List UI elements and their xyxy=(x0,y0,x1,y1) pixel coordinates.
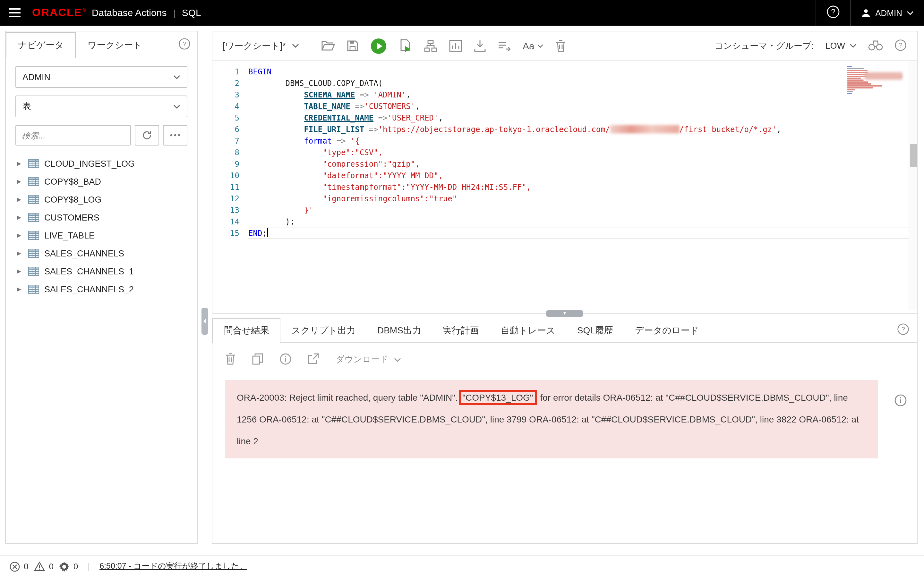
tab-worksheet[interactable]: ワークシート xyxy=(76,33,154,58)
status-processes[interactable]: 0 xyxy=(59,561,78,572)
search-row xyxy=(15,125,187,145)
run-statement-button[interactable] xyxy=(370,37,387,54)
scrollbar-thumb[interactable] xyxy=(910,144,917,167)
expand-caret-icon[interactable]: ▶ xyxy=(17,178,23,185)
code-line-11[interactable]: "timestampformat":"YYYY-MM-DD HH24:MI:SS… xyxy=(248,181,917,193)
minimap[interactable] xyxy=(847,66,906,95)
code-line-4[interactable]: TABLE_NAME =>'CUSTOMERS', xyxy=(248,101,917,112)
code-line-12[interactable]: "ignoremissingcolumns":"true" xyxy=(248,193,917,205)
tree-item-customers[interactable]: ▶CUSTOMERS xyxy=(6,208,197,226)
user-menu[interactable]: ADMIN xyxy=(861,8,914,18)
tree-item-copy$8_log[interactable]: ▶COPY$8_LOG xyxy=(6,190,197,208)
binoculars-icon xyxy=(868,39,883,50)
schema-select[interactable]: ADMIN xyxy=(15,66,187,88)
navigator-help-button[interactable]: ? xyxy=(178,38,191,52)
execution-status-link[interactable]: 6:50:07 - コードの実行が終了しました。 xyxy=(99,561,247,572)
results-tab-6[interactable]: データのロード xyxy=(624,319,710,342)
trash-icon xyxy=(225,353,236,365)
tree-item-sales_channels_1[interactable]: ▶SALES_CHANNELS_1 xyxy=(6,262,197,280)
editor-scrollbar[interactable] xyxy=(909,61,917,309)
worksheet-title-menu[interactable]: [ワークシート]* xyxy=(223,40,299,52)
results-splitter[interactable]: ▾ xyxy=(212,309,917,318)
expand-caret-icon[interactable]: ▶ xyxy=(17,250,23,256)
minimap-line xyxy=(847,91,853,92)
minimap-line xyxy=(847,70,867,71)
explain-plan-button[interactable] xyxy=(424,40,437,52)
consumer-group-select[interactable]: LOW xyxy=(825,41,857,51)
clear-worksheet-button[interactable] xyxy=(556,40,566,52)
code-line-7[interactable]: format => '{ xyxy=(248,135,917,147)
topbar-right: ? ADMIN xyxy=(816,0,924,26)
code-line-14[interactable]: ); xyxy=(248,216,917,227)
expand-caret-icon[interactable]: ▶ xyxy=(17,286,23,292)
open-in-new-button[interactable] xyxy=(308,353,319,366)
run-script-button[interactable] xyxy=(399,39,412,53)
clear-results-button[interactable] xyxy=(225,353,236,367)
tree-item-label: COPY$8_LOG xyxy=(44,195,102,204)
expand-caret-icon[interactable]: ▶ xyxy=(17,196,23,203)
insert-list-button[interactable] xyxy=(498,41,510,51)
code-line-3[interactable]: SCHEMA_NAME => 'ADMIN', xyxy=(248,89,917,101)
chevron-down-icon xyxy=(173,75,180,79)
worksheet-toolbar: [ワークシート]* xyxy=(212,31,917,61)
tree-item-sales_channels[interactable]: ▶SALES_CHANNELS xyxy=(6,244,197,262)
tree-item-label: CUSTOMERS xyxy=(44,213,99,222)
results-tab-2[interactable]: DBMS出力 xyxy=(367,319,432,342)
expand-caret-icon[interactable]: ▶ xyxy=(17,214,23,221)
results-tab-5[interactable]: SQL履歴 xyxy=(566,319,624,342)
worksheet-title: [ワークシート]* xyxy=(223,40,286,52)
tab-navigator[interactable]: ナビゲータ xyxy=(6,32,76,58)
object-type-select[interactable]: 表 xyxy=(15,95,187,117)
code-line-2[interactable]: DBMS_CLOUD.COPY_DATA( xyxy=(248,77,917,89)
status-errors[interactable]: 0 xyxy=(10,561,28,572)
code-line-8[interactable]: "type":"CSV", xyxy=(248,147,917,158)
code-line-10[interactable]: "dateformat":"YYYY-MM-DD", xyxy=(248,170,917,181)
results-tab-4[interactable]: 自動トレース xyxy=(490,319,566,342)
font-size-button[interactable]: Aa xyxy=(523,40,543,51)
results-tab-0[interactable]: 問合せ結果 xyxy=(212,318,281,343)
tree-item-label: LIVE_TABLE xyxy=(44,230,95,240)
minimap-line xyxy=(847,83,871,85)
tree-item-cloud_ingest_log[interactable]: ▶CLOUD_INGEST_LOG xyxy=(6,155,197,172)
worksheet-help-button[interactable]: ? xyxy=(895,39,907,53)
code-line-6[interactable]: FILE_URI_LIST =>'https://objectstorage.a… xyxy=(248,124,917,135)
collapse-sidebar-handle[interactable] xyxy=(202,308,208,335)
results-info-button[interactable] xyxy=(280,353,291,366)
expand-caret-icon[interactable]: ▶ xyxy=(17,268,23,274)
tree-item-sales_channels_2[interactable]: ▶SALES_CHANNELS_2 xyxy=(6,280,197,298)
sidebar-splitter[interactable] xyxy=(198,31,212,544)
consumer-group-label: コンシューマ・グループ: xyxy=(714,40,814,52)
expand-caret-icon[interactable]: ▶ xyxy=(17,232,23,239)
minimap-line xyxy=(847,66,852,67)
save-button[interactable] xyxy=(347,40,358,51)
expand-caret-icon[interactable]: ▶ xyxy=(17,160,23,167)
results-tab-3[interactable]: 実行計画 xyxy=(432,319,490,342)
results-help-button[interactable]: ? xyxy=(897,323,909,337)
tree-item-copy$8_bad[interactable]: ▶COPY$8_BAD xyxy=(6,172,197,190)
copy-results-button[interactable] xyxy=(252,353,263,366)
code-line-9[interactable]: "compression":"gzip", xyxy=(248,158,917,170)
find-button[interactable] xyxy=(868,39,883,52)
run-script-icon xyxy=(399,39,412,53)
tree-item-live_table[interactable]: ▶LIVE_TABLE xyxy=(6,226,197,244)
error-info-button[interactable] xyxy=(895,394,907,408)
code-line-15[interactable]: END; xyxy=(248,227,917,239)
help-button[interactable]: ? xyxy=(827,5,840,21)
sql-editor[interactable]: 123456789101112131415 BEGIN DBMS_CLOUD.C… xyxy=(212,61,917,309)
code-lines[interactable]: BEGIN DBMS_CLOUD.COPY_DATA( SCHEMA_NAME … xyxy=(248,66,917,309)
search-input[interactable] xyxy=(15,125,131,145)
open-file-button[interactable] xyxy=(321,40,334,51)
code-line-13[interactable]: }' xyxy=(248,205,917,216)
code-line-1[interactable]: BEGIN xyxy=(248,66,917,77)
results-tab-1[interactable]: スクリプト出力 xyxy=(281,319,367,342)
autotrace-button[interactable] xyxy=(449,40,462,52)
line-number: 14 xyxy=(212,216,239,227)
collapse-results-handle[interactable]: ▾ xyxy=(546,310,583,317)
status-warnings[interactable]: 0 xyxy=(34,562,53,571)
menu-button[interactable] xyxy=(9,8,21,17)
refresh-button[interactable] xyxy=(135,125,159,145)
download-editor-button[interactable] xyxy=(474,40,485,52)
code-line-5[interactable]: CREDENTIAL_NAME =>'USER_CRED', xyxy=(248,112,917,124)
more-actions-button[interactable] xyxy=(163,125,187,145)
download-results-menu[interactable]: ダウンロード xyxy=(336,354,401,366)
